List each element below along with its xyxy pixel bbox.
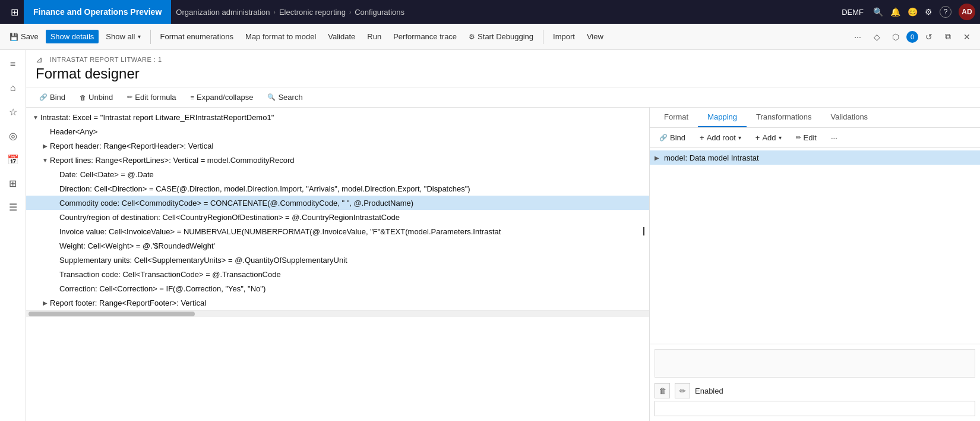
face-icon[interactable]: 😊	[908, 7, 918, 17]
mapping-panel: Format Mapping Transformations Validatio…	[650, 108, 980, 421]
tree-item-transaction[interactable]: Transaction code: Cell<TransactionCode> …	[26, 267, 649, 281]
tree-item-correction[interactable]: Correction: Cell<Correction> = IF(@.Corr…	[26, 281, 649, 296]
format-unbind-button[interactable]: 🗑 Unbind	[76, 91, 116, 103]
main-toolbar: 💾 Save Show details Show all ▾ Format en…	[0, 24, 980, 50]
tab-validations[interactable]: Validations	[821, 108, 877, 127]
tree-item-date[interactable]: Date: Cell<Date> = @.Date	[26, 167, 649, 181]
formula-edit-button[interactable]: ✏	[675, 383, 690, 398]
tree-toggle-direction	[50, 184, 59, 193]
user-avatar[interactable]: AD	[959, 4, 975, 20]
toolbar-diamond-icon[interactable]: ◇	[868, 29, 885, 45]
tree-item-supplementary[interactable]: Supplementary units: Cell<SupplementaryU…	[26, 253, 649, 267]
validate-button[interactable]: Validate	[323, 30, 360, 43]
format-toolbar: 🔗 Bind 🗑 Unbind ✏ Edit formula ≡ Expand/…	[26, 87, 980, 108]
search-glass-icon: 🔍	[267, 93, 276, 101]
mapping-add-button[interactable]: + Add ▾	[751, 131, 786, 144]
mapping-add-root-button[interactable]: + Add root ▾	[695, 131, 746, 144]
tree-item-report-footer-text: Report footer: Range<ReportFooter>: Vert…	[50, 299, 644, 307]
tree-toggle-supplementary	[50, 255, 59, 265]
map-item-model-root[interactable]: ▶ model: Data model Intrastat	[650, 150, 980, 165]
edit-pencil-icon-2: ✏	[796, 134, 801, 142]
content-area: ⊿ INTRASTAT REPORT LITWARE : 1 Format de…	[26, 50, 980, 421]
save-button[interactable]: 💾 Save	[5, 30, 43, 43]
sidebar-menu-icon[interactable]: ≡	[4, 55, 23, 74]
view-button[interactable]: View	[582, 30, 608, 43]
formula-textarea[interactable]	[655, 349, 975, 378]
scrollbar-thumb[interactable]	[29, 312, 195, 316]
toolbar-separator-1	[150, 30, 151, 44]
breadcrumb-item-3[interactable]: Configurations	[355, 8, 404, 17]
filter-icon[interactable]: ⊿	[36, 55, 43, 64]
tree-item-invoice-text: Invoice value: Cell<InvoiceValue> = NUMB…	[59, 227, 643, 236]
tree-toggle-transaction	[50, 269, 59, 279]
format-bind-button[interactable]: 🔗 Bind	[36, 91, 69, 103]
tree-toggle-correction	[50, 284, 59, 293]
expand-collapse-button[interactable]: ≡ Expand/collapse	[187, 91, 257, 103]
tab-transformations[interactable]: Transformations	[747, 108, 821, 127]
toolbar-badge-0[interactable]: 0	[906, 31, 918, 43]
tree-item-report-header[interactable]: ▶ Report header: Range<ReportHeader>: Ve…	[26, 139, 649, 153]
mapping-more-button[interactable]: ···	[826, 131, 842, 144]
tree-item-root[interactable]: ▼ Intrastat: Excel = "Intrastat report L…	[26, 110, 649, 124]
mapping-tree: ▶ model: Data model Intrastat	[650, 148, 980, 344]
tree-item-weight-text: Weight: Cell<Weight> = @.'$RoundedWeight…	[59, 241, 644, 250]
bell-icon[interactable]: 🔔	[890, 7, 900, 17]
performance-trace-button[interactable]: Performance trace	[388, 30, 461, 43]
search-button[interactable]: 🔍 Search	[264, 91, 306, 103]
enabled-input[interactable]	[655, 401, 975, 416]
show-all-chevron-icon: ▾	[138, 33, 141, 40]
sidebar-recent-icon[interactable]: ◎	[4, 126, 23, 145]
grid-icon: ⊞	[11, 7, 18, 18]
save-icon: 💾	[10, 33, 18, 41]
sidebar-calendar-icon[interactable]: 📅	[4, 150, 23, 169]
tree-toggle-root[interactable]: ▼	[31, 112, 40, 122]
show-details-button[interactable]: Show details	[46, 30, 99, 43]
tree-toggle-report-lines[interactable]: ▼	[40, 155, 50, 165]
environment-label: DEMF	[842, 8, 864, 17]
tree-item-country[interactable]: Country/region of destination: Cell<Coun…	[26, 210, 649, 224]
toolbar-more-button[interactable]: ···	[849, 29, 866, 45]
search-icon[interactable]: 🔍	[873, 7, 883, 17]
tree-item-date-text: Date: Cell<Date> = @.Date	[59, 170, 644, 179]
toolbar-split-icon[interactable]: ⬡	[887, 29, 904, 45]
toolbar-close-icon[interactable]: ✕	[959, 29, 975, 45]
gear-icon[interactable]: ⚙	[925, 7, 932, 17]
mapping-edit-button[interactable]: ✏ Edit	[791, 131, 821, 144]
import-button[interactable]: Import	[548, 30, 580, 43]
sidebar-workspaces-icon[interactable]: ⊞	[4, 174, 23, 193]
mapping-bind-button[interactable]: 🔗 Bind	[655, 131, 690, 144]
tree-item-invoice[interactable]: Invoice value: Cell<InvoiceValue> = NUMB…	[26, 224, 649, 238]
show-all-button[interactable]: Show all ▾	[101, 30, 145, 43]
map-toggle-model[interactable]: ▶	[655, 155, 664, 161]
sidebar-home-icon[interactable]: ⌂	[4, 78, 23, 98]
mapping-tabs: Format Mapping Transformations Validatio…	[650, 108, 980, 128]
toolbar-expand-icon[interactable]: ⧉	[940, 29, 956, 45]
app-grid-button[interactable]: ⊞	[5, 2, 24, 21]
tree-item-commodity[interactable]: Commodity code: Cell<CommodityCode> = CO…	[26, 196, 649, 210]
page-header: ⊿ INTRASTAT REPORT LITWARE : 1 Format de…	[26, 50, 980, 87]
format-enumerations-button[interactable]: Format enumerations	[156, 30, 239, 43]
map-format-to-model-button[interactable]: Map format to model	[241, 30, 321, 43]
tree-item-header[interactable]: Header<Any>	[26, 124, 649, 139]
tree-toggle-report-footer[interactable]: ▶	[40, 298, 50, 307]
breadcrumb-item-1[interactable]: Organization administration	[176, 8, 270, 17]
sidebar-favorites-icon[interactable]: ☆	[4, 102, 23, 121]
start-debugging-button[interactable]: ⚙ Start Debugging	[464, 30, 538, 43]
formula-delete-button[interactable]: 🗑	[655, 383, 670, 398]
tree-toggle-report-header[interactable]: ▶	[40, 141, 50, 150]
sidebar-list-icon[interactable]: ☰	[4, 197, 23, 216]
tree-item-weight[interactable]: Weight: Cell<Weight> = @.'$RoundedWeight…	[26, 238, 649, 253]
run-button[interactable]: Run	[362, 30, 386, 43]
help-icon[interactable]: ?	[940, 6, 951, 18]
tab-format[interactable]: Format	[655, 108, 698, 127]
tree-item-report-lines[interactable]: ▼ Report lines: Range<ReportLines>: Vert…	[26, 153, 649, 167]
breadcrumb-item-2[interactable]: Electronic reporting	[279, 8, 346, 17]
map-item-model-text: model: Data model Intrastat	[664, 153, 759, 162]
tree-item-direction[interactable]: Direction: Cell<Direction> = CASE(@.Dire…	[26, 181, 649, 196]
format-tree-panel: ▼ Intrastat: Excel = "Intrastat report L…	[26, 108, 650, 421]
edit-formula-button[interactable]: ✏ Edit formula	[124, 91, 179, 103]
tab-mapping[interactable]: Mapping	[698, 108, 747, 127]
toolbar-refresh-icon[interactable]: ↺	[921, 29, 937, 45]
tree-item-report-footer[interactable]: ▶ Report footer: Range<ReportFooter>: Ve…	[26, 296, 649, 310]
horizontal-scrollbar[interactable]	[26, 310, 649, 317]
